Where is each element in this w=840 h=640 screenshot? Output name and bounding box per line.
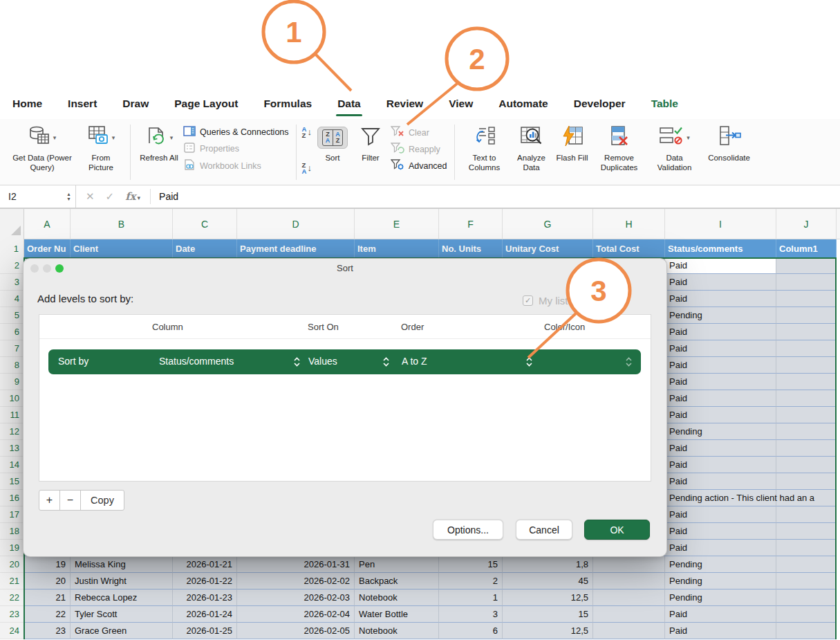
sort-on-dropdown-value[interactable]: Values (308, 356, 337, 367)
header-cell-column1[interactable]: Column1 (776, 239, 837, 257)
cell-date[interactable]: 2026-01-24 (173, 606, 237, 623)
ribbon-tab[interactable]: View (449, 98, 473, 110)
column-dropdown-stepper-icon[interactable] (294, 356, 300, 369)
cell-date[interactable]: 2026-01-22 (173, 573, 237, 589)
ribbon-tab[interactable]: Automate (498, 98, 548, 110)
zoom-window-icon[interactable] (55, 264, 64, 273)
cell-column1[interactable] (776, 540, 837, 556)
cell-status[interactable]: Paid (665, 340, 776, 357)
order-dropdown-stepper-icon[interactable] (526, 356, 532, 369)
column-header-j[interactable]: J (776, 209, 837, 239)
remove-duplicates-button[interactable]: Remove Duplicates (592, 123, 646, 172)
cell-total-cost[interactable] (593, 589, 665, 606)
column-dropdown-value[interactable]: Status/comments (159, 356, 234, 367)
cell-unit-cost[interactable]: 12,5 (503, 589, 593, 606)
cell-status[interactable]: Paid (665, 473, 776, 490)
cell-status[interactable]: Paid (665, 390, 776, 407)
from-picture-button[interactable]: ▾ From Picture (80, 123, 122, 172)
ribbon-tab[interactable]: Home (12, 98, 42, 110)
flash-fill-button[interactable]: Flash Fill (557, 123, 588, 163)
filter-button[interactable]: Filter (354, 123, 387, 163)
row-number[interactable]: 16 (0, 490, 24, 506)
cell-unit-cost[interactable]: 1,8 (503, 556, 593, 573)
ok-button[interactable]: OK (584, 520, 650, 540)
checkbox-checked-icon[interactable]: ✓ (523, 295, 533, 306)
row-number[interactable]: 3 (0, 274, 24, 291)
sort-descending-button[interactable]: ZA↓ (302, 162, 312, 174)
cell-status[interactable]: Paid (665, 374, 776, 390)
cell-units[interactable]: 2 (439, 573, 503, 589)
cell-total-cost[interactable] (593, 573, 665, 589)
cell-deadline[interactable]: 2026-01-31 (237, 556, 355, 573)
column-header-b[interactable]: B (71, 209, 173, 239)
cell-client[interactable]: Justin Wright (71, 573, 173, 589)
cell-status[interactable]: Paid (665, 291, 776, 307)
row-number[interactable]: 2 (0, 257, 24, 274)
column-header-d[interactable]: D (237, 209, 355, 239)
ribbon-tab[interactable]: Formulas (263, 98, 312, 110)
cell-deadline[interactable]: 2026-02-02 (237, 573, 355, 589)
cell-order[interactable]: 19 (24, 556, 71, 573)
cell-column1[interactable] (776, 623, 837, 639)
row-number[interactable]: 11 (0, 407, 24, 423)
row-number[interactable]: 10 (0, 390, 24, 407)
reapply-filter-button[interactable]: Reapply (391, 143, 447, 156)
get-data-button[interactable]: ▾ Get Data (Power Query) (9, 123, 75, 172)
cell-status[interactable]: Paid (665, 440, 776, 457)
dialog-title-bar[interactable]: Sort (24, 259, 666, 277)
row-number[interactable]: 6 (0, 324, 24, 340)
row-number[interactable]: 21 (0, 573, 24, 589)
row-number[interactable]: 14 (0, 457, 24, 473)
order-dropdown-value[interactable]: A to Z (402, 356, 427, 367)
column-header-e[interactable]: E (355, 209, 439, 239)
row-number[interactable]: 19 (0, 540, 24, 556)
row-number[interactable]: 13 (0, 440, 24, 457)
cell-column1[interactable] (776, 307, 837, 324)
cell-column1[interactable] (776, 457, 837, 473)
cell-unit-cost[interactable]: 45 (503, 573, 593, 589)
analyze-data-button[interactable]: Analyze Data (511, 123, 552, 172)
cell-item[interactable]: Pen (355, 556, 439, 573)
cell-total-cost[interactable] (593, 606, 665, 623)
cell-status[interactable]: Pending action - This client had an a (665, 490, 776, 506)
cell-status[interactable]: Pending (665, 589, 776, 606)
sort-ascending-button[interactable]: AZ↓ (302, 126, 312, 138)
cell-column1[interactable] (776, 423, 837, 440)
cell-client[interactable]: Grace Green (71, 623, 173, 639)
header-cell-status[interactable]: Status/comments (665, 239, 776, 257)
sort-level-row[interactable]: Sort by Status/comments Values A to Z (48, 349, 641, 374)
sort-button[interactable]: ZA AZ Sort (315, 123, 350, 163)
text-to-columns-button[interactable]: Text to Columns (463, 123, 507, 172)
column-header-c[interactable]: C (173, 209, 237, 239)
row-number[interactable]: 4 (0, 291, 24, 307)
cell-units[interactable]: 3 (439, 606, 503, 623)
ribbon-tab[interactable]: Draw (122, 98, 149, 110)
cell-deadline[interactable]: 2026-02-04 (237, 606, 355, 623)
row-number[interactable]: 1 (0, 239, 24, 257)
cell-total-cost[interactable] (593, 556, 665, 573)
header-cell-client[interactable]: Client (71, 239, 173, 257)
cell-client[interactable]: Rebecca Lopez (71, 589, 173, 606)
row-number[interactable]: 7 (0, 340, 24, 357)
cell-deadline[interactable]: 2026-02-05 (237, 623, 355, 639)
cell-order[interactable]: 20 (24, 573, 71, 589)
cell-column1[interactable] (776, 291, 837, 307)
cell-deadline[interactable]: 2026-02-03 (237, 589, 355, 606)
cell-status[interactable]: Pending (665, 307, 776, 324)
cell-unit-cost[interactable]: 15 (503, 606, 593, 623)
row-number[interactable]: 23 (0, 606, 24, 623)
header-cell-deadline[interactable]: Payment deadline (237, 239, 355, 257)
header-cell-total-cost[interactable]: Total Cost (593, 239, 665, 257)
advanced-filter-button[interactable]: Advanced (391, 159, 447, 172)
cell-order[interactable]: 22 (24, 606, 71, 623)
header-cell-date[interactable]: Date (173, 239, 237, 257)
column-header-f[interactable]: F (439, 209, 503, 239)
cell-order[interactable]: 23 (24, 623, 71, 639)
cell-status[interactable]: Pending (665, 573, 776, 589)
consolidate-button[interactable]: Consolidate (703, 123, 756, 163)
cell-units[interactable]: 6 (439, 623, 503, 639)
workbook-links-button[interactable]: Workbook Links (183, 159, 289, 172)
header-cell-units[interactable]: No. Units (439, 239, 503, 257)
header-cell-unitary-cost[interactable]: Unitary Cost (503, 239, 593, 257)
cell-column1[interactable] (776, 340, 837, 357)
